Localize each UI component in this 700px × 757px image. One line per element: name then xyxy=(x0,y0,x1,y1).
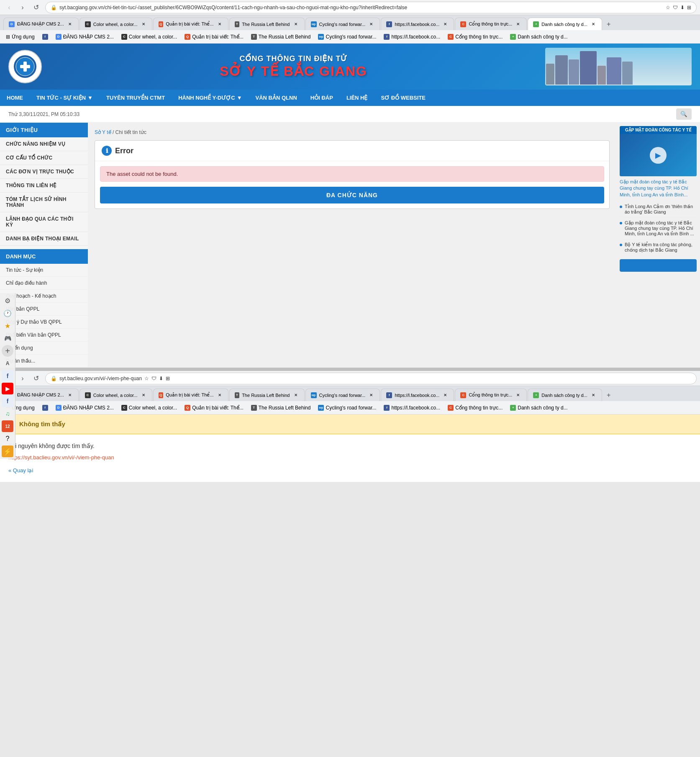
bookmark-colorWheel[interactable]: C Color wheel, a color... xyxy=(119,33,179,41)
bookmark-dangNhap[interactable]: D ĐĂNG NHẬP CMS 2... xyxy=(53,33,116,41)
bookmark-danhSach[interactable]: + Danh sách công ty d... xyxy=(508,33,570,41)
tab-close-icon[interactable]: ✕ xyxy=(515,392,521,399)
tab-danhSach[interactable]: + Danh sách công ty d... ✕ xyxy=(528,18,602,30)
bookmark-facebook[interactable]: f xyxy=(40,33,51,41)
bookmark-cycling[interactable]: wp Cycling's road forwar... xyxy=(315,33,379,41)
tab2-cycling[interactable]: wp Cycling's road forwar... ✕ xyxy=(305,389,380,401)
forward-button[interactable]: › xyxy=(17,2,28,13)
nav-tuyen-truyen[interactable]: TUYÊN TRUYỀN CTMT xyxy=(100,90,172,106)
bookmark-star-icon-2[interactable]: ☆ xyxy=(144,376,149,381)
bookmark2-colorWheel[interactable]: C Color wheel, a color... xyxy=(119,404,179,412)
tab-close-icon[interactable]: ✕ xyxy=(442,392,449,399)
sidebar-item-chucnang[interactable]: CHỨC NĂNG NHIỆM VỤ xyxy=(0,137,88,151)
tab-close-icon[interactable]: ✕ xyxy=(590,21,597,28)
site2-back-link[interactable]: « Quay lại xyxy=(8,467,33,474)
tab-close-icon[interactable]: ✕ xyxy=(292,21,299,28)
bookmark2-fb2[interactable]: f https://l.facebook.co... xyxy=(381,404,443,412)
tab-close-icon[interactable]: ✕ xyxy=(368,21,374,28)
translate-icon[interactable]: A xyxy=(2,358,13,369)
new-tab-button[interactable]: + xyxy=(603,18,615,30)
address-bar-2[interactable]: 🔒 syt.baclieu.gov.vn/vi/-/viem-phe-quan … xyxy=(45,373,697,384)
bookmark2-russia[interactable]: T The Russia Left Behind xyxy=(249,404,313,412)
play-button[interactable]: ▶ xyxy=(650,147,667,164)
sidebar-link-tintuc[interactable]: Tin tức - Sự kiện xyxy=(0,264,88,277)
history-icon[interactable]: 🕐 xyxy=(2,307,13,319)
site2-error-url[interactable]: https://syt.baclieu.gov.vn/vi/-/viem-phe… xyxy=(8,454,692,461)
tab-close-icon[interactable]: ✕ xyxy=(67,392,73,399)
da-chuc-nang-button[interactable]: ĐA CHỨC NĂNG xyxy=(100,187,604,203)
reload-button[interactable]: ↺ xyxy=(30,2,42,13)
bookmark2-danhSach[interactable]: + Danh sách công ty d... xyxy=(508,404,570,412)
nav-home[interactable]: HOME xyxy=(0,90,30,106)
tab2-colorWheel[interactable]: C Color wheel, a color... ✕ xyxy=(79,389,152,401)
tab-close-icon[interactable]: ✕ xyxy=(590,392,597,399)
video-thumbnail[interactable]: GẶP MẶT ĐOÀN CÔNG TÁC Y TẾ ▶ xyxy=(620,126,697,176)
sidebar-item-lanhdao[interactable]: LÃNH ĐẠO QUA CÁC THỜI KỲ xyxy=(0,212,88,232)
facebook2-icon[interactable]: f xyxy=(2,395,13,407)
calendar-icon[interactable]: 12 xyxy=(2,420,13,432)
tab-close-icon[interactable]: ✕ xyxy=(515,21,521,28)
extensions-icon[interactable]: ⊞ xyxy=(687,5,691,10)
bookmark-quanTri[interactable]: Q Quản trị bài viết: Thể... xyxy=(182,33,246,41)
download-icon[interactable]: ⬇ xyxy=(680,5,685,10)
sidebar-item-cocau[interactable]: CƠ CẤU TỔ CHỨC xyxy=(0,151,88,165)
tab-close-icon[interactable]: ✕ xyxy=(67,21,73,28)
forward-button-2[interactable]: › xyxy=(17,373,28,384)
tab2-facebook[interactable]: f https://l.facebook.co... ✕ xyxy=(381,389,454,401)
sidebar-item-danhba[interactable]: DANH BẠ ĐIỆN THOẠI EMAIL xyxy=(0,232,88,246)
youtube-icon[interactable]: ▶ xyxy=(2,383,13,394)
tab-close-icon[interactable]: ✕ xyxy=(368,392,374,399)
settings-icon[interactable]: ⚙ xyxy=(2,295,13,306)
sidebar-item-cacdv[interactable]: CÁC ĐƠN VỊ TRỰC THUỘC xyxy=(0,165,88,179)
bookmark2-quanTri[interactable]: Q Quản trị bài viết: Thể... xyxy=(182,404,246,412)
star-icon[interactable]: ★ xyxy=(2,320,13,332)
tab2-danhSach[interactable]: + Danh sách công ty d... ✕ xyxy=(528,389,602,401)
tab2-congThong[interactable]: C Cổng thông tin trực... ✕ xyxy=(455,389,527,401)
tab-facebook[interactable]: f https://l.facebook.co... ✕ xyxy=(381,18,454,30)
address-bar[interactable]: 🔒 syt.bacgiang.gov.vn/chi-tiet-tin-tuc/-… xyxy=(45,2,697,13)
nav-hanh-nghe[interactable]: HÀNH NGHỀ Y-DƯỢC ▼ xyxy=(172,90,249,106)
tab-close-icon[interactable]: ✕ xyxy=(140,21,147,28)
breadcrumb-link-soyte[interactable]: Sở Y tế xyxy=(95,129,111,135)
bookmark-fb2[interactable]: f https://l.facebook.co... xyxy=(381,33,443,41)
extensions-icon-2[interactable]: ⊞ xyxy=(166,376,170,381)
tab-cycling[interactable]: wp Cycling's road forwar... ✕ xyxy=(305,18,380,30)
bookmark-russia[interactable]: T The Russia Left Behind xyxy=(249,33,313,41)
bookmark2-facebook[interactable]: f xyxy=(40,404,51,412)
video-link[interactable]: Gặp mặt đoàn công tác y tế Bắc Giang chu… xyxy=(620,179,688,197)
bookmark-congThong[interactable]: C Cổng thông tin trực... xyxy=(445,33,505,41)
unknown-icon-1[interactable]: ? xyxy=(2,433,13,445)
tab-close-icon[interactable]: ✕ xyxy=(216,21,223,28)
reload-button-2[interactable]: ↺ xyxy=(30,373,42,384)
game-icon[interactable]: 🎮 xyxy=(2,332,13,344)
sidebar-item-tomtat[interactable]: TÓM TẮT LỊCH SỬ HÌNH THÀNH xyxy=(0,193,88,212)
sidebar-link-chidao[interactable]: Chỉ đạo điều hành xyxy=(0,277,88,290)
facebook-icon[interactable]: f xyxy=(2,370,13,382)
sidebar-item-thongtin[interactable]: THÔNG TIN LIÊN HỆ xyxy=(0,179,88,193)
tab-close-icon[interactable]: ✕ xyxy=(216,392,223,399)
tab-colorWheel[interactable]: C Color wheel, a color... ✕ xyxy=(79,18,152,30)
tab-russiaLeftBehind[interactable]: T The Russia Left Behind ✕ xyxy=(229,18,305,30)
tab-close-icon[interactable]: ✕ xyxy=(292,392,299,399)
bookmark2-cycling[interactable]: wp Cycling's road forwar... xyxy=(315,404,379,412)
nav-hoi-dap[interactable]: HỎI ĐÁP xyxy=(304,90,340,106)
tab-close-icon[interactable]: ✕ xyxy=(442,21,449,28)
new-tab-button-2[interactable]: + xyxy=(603,389,615,401)
tab-dangNhap[interactable]: D ĐĂNG NHẬP CMS 2... ✕ xyxy=(3,18,79,30)
bookmark2-congThong[interactable]: C Cổng thông tin trực... xyxy=(445,404,505,412)
nav-lien-he[interactable]: LIÊN HỆ xyxy=(340,90,374,106)
nav-van-ban[interactable]: VĂN BẢN QLNN xyxy=(249,90,304,106)
download-icon-2[interactable]: ⬇ xyxy=(159,376,163,381)
tab-quanTri[interactable]: Q Quản trị bài viết: Thể... ✕ xyxy=(153,18,228,30)
nav-news[interactable]: TIN TỨC - SỰ KIỆN ▼ xyxy=(30,90,100,106)
add-icon[interactable]: + xyxy=(2,345,13,357)
search-button[interactable]: 🔍 xyxy=(676,108,692,120)
tab2-quanTri[interactable]: Q Quản trị bài viết: Thể... ✕ xyxy=(153,389,228,401)
spotify-icon[interactable]: ♫ xyxy=(2,408,13,420)
nav-so-do[interactable]: SƠ ĐỒ WEBSITE xyxy=(374,90,433,106)
tab2-russiaLeftBehind[interactable]: T The Russia Left Behind ✕ xyxy=(229,389,305,401)
back-button[interactable]: ‹ xyxy=(3,2,15,13)
bookmark-apps[interactable]: ⊞ Ứng dụng xyxy=(3,33,37,41)
tab-close-icon[interactable]: ✕ xyxy=(140,392,147,399)
unknown-icon-2[interactable]: ⚡ xyxy=(2,445,13,457)
